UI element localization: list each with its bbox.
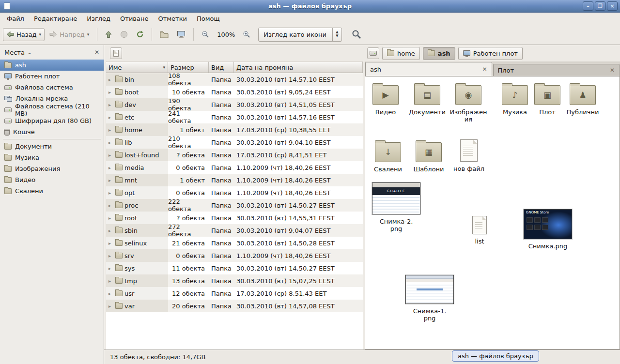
folder-desktop[interactable]: ▣ Плот — [530, 82, 565, 116]
table-row[interactable]: ▸dev190 обектаПапка30.03.2010 (вт) 14,51… — [106, 98, 363, 111]
column-header-type[interactable]: Вид — [209, 61, 234, 73]
sidebar-item-filesystem-210mb[interactable]: Файлова система (210 MB) — [0, 104, 104, 115]
sidebar-item-trash[interactable]: Кошче — [0, 126, 104, 137]
table-row[interactable]: ▸mnt1 обектПапка1.10.2009 (чт) 18,40,26 … — [106, 174, 363, 186]
sidebar-item-encrypted-80gb[interactable]: Шифриран дял (80 GB) — [0, 115, 104, 126]
table-row[interactable]: ▸media0 обектаПапка1.10.2009 (чт) 18,40,… — [106, 161, 363, 174]
table-row[interactable]: ▸selinux21 обектаПапка30.03.2010 (вт) 14… — [106, 237, 363, 249]
taskbar-window-button[interactable]: ash — файлов браузър — [452, 350, 539, 362]
menu-bookmarks[interactable]: Отметки — [153, 14, 191, 24]
places-chevron-icon[interactable]: ⌄ — [27, 49, 32, 56]
table-row[interactable]: ▸var20 обектаПапка30.03.2010 (вт) 14,57,… — [106, 300, 363, 312]
icon-view[interactable]: ▶ Видео ▤ Документи ◉ Изображен ия ♪ Муз… — [365, 76, 620, 349]
table-row[interactable]: ▸usr12 обектаПапка17.03.2010 (ср) 8,51,4… — [106, 287, 363, 300]
table-row[interactable]: ▸srv0 обектаПапка1.10.2009 (чт) 18,40,26… — [106, 249, 363, 262]
title-bar[interactable]: ash — файлов браузър – ❐ × — [0, 0, 620, 13]
view-mode-spinner-icon[interactable]: ▲▼ — [332, 28, 341, 41]
file-snimka[interactable]: GNOME Store Снимка.png — [522, 209, 574, 250]
file-snimka-2[interactable]: GUADEC Снимка-2. png — [371, 182, 421, 233]
search-button[interactable] — [348, 27, 365, 42]
sidebar-item-downloads[interactable]: Свалени — [0, 185, 104, 197]
home-button[interactable] — [156, 28, 172, 41]
back-dropdown-icon[interactable]: ▾ — [39, 32, 42, 37]
table-row[interactable]: ▸sys11 обектаПапка30.03.2010 (вт) 14,50,… — [106, 262, 363, 274]
expander-icon[interactable]: ▸ — [108, 90, 113, 95]
column-header-date[interactable]: Дата на промяна — [234, 61, 363, 73]
menu-help[interactable]: Помощ — [192, 14, 225, 24]
forward-button[interactable]: Напред ▾ — [46, 28, 93, 41]
reload-button[interactable] — [133, 28, 147, 41]
sidebar-item-desktop[interactable]: Работен плот — [0, 71, 104, 82]
tab-ash[interactable]: ash✕ — [365, 62, 492, 76]
table-row[interactable]: ▸opt0 обектаПапка1.10.2009 (чт) 18,40,26… — [106, 186, 363, 199]
sidebar-item-music[interactable]: Музика — [0, 152, 104, 163]
folder-templates[interactable]: ▦ Шаблони — [408, 139, 449, 173]
breadcrumb-ash[interactable]: ash — [423, 47, 455, 60]
expander-icon[interactable]: ▸ — [108, 140, 113, 145]
zoom-in-button[interactable] — [239, 28, 254, 41]
sidebar-item-documents[interactable]: Документи — [0, 141, 104, 152]
folder-pictures[interactable]: ◉ Изображен ия — [446, 82, 491, 123]
table-row[interactable]: ▸root? обектаПапка30.03.2010 (вт) 14,55,… — [106, 212, 363, 224]
minimize-button[interactable]: – — [583, 1, 593, 11]
folder-downloads[interactable]: ↓ Свалени — [368, 139, 408, 173]
folder-public[interactable]: ♟ Публични — [562, 82, 603, 116]
expander-icon[interactable]: ▸ — [108, 266, 113, 271]
expander-icon[interactable]: ▸ — [108, 178, 113, 183]
stop-button[interactable] — [117, 28, 131, 41]
table-row[interactable]: ▸lost+found? обектаПапка17.03.2010 (ср) … — [106, 149, 363, 161]
column-header-size[interactable]: Размер — [168, 61, 209, 73]
expander-icon[interactable]: ▸ — [108, 303, 113, 309]
table-row[interactable]: ▸sbin272 обектаПапка30.03.2010 (вт) 9,04… — [106, 224, 363, 237]
expander-icon[interactable]: ▸ — [108, 152, 113, 158]
expander-icon[interactable]: ▸ — [108, 165, 113, 170]
table-row[interactable]: ▸tmp13 обектаПапка30.03.2010 (вт) 15,07,… — [106, 274, 363, 287]
back-button[interactable]: Назад ▾ — [3, 28, 45, 41]
up-button[interactable] — [102, 28, 115, 41]
expander-icon[interactable]: ▸ — [108, 241, 113, 246]
expander-icon[interactable]: ▸ — [108, 278, 113, 284]
expander-icon[interactable]: ▸ — [108, 115, 113, 120]
view-mode-select[interactable]: Изглед като икони ▲▼ — [258, 28, 342, 42]
file-list[interactable]: list — [463, 216, 496, 245]
close-button[interactable]: × — [607, 1, 618, 11]
menu-go[interactable]: Отиване — [115, 14, 153, 24]
expander-icon[interactable]: ▸ — [108, 127, 113, 133]
zoom-out-button[interactable] — [198, 28, 213, 41]
expander-icon[interactable]: ▸ — [108, 253, 113, 258]
menu-view[interactable]: Изглед — [82, 14, 115, 24]
table-row[interactable]: ▸lib210 обектаПапка30.03.2010 (вт) 9,04,… — [106, 136, 363, 149]
folder-video[interactable]: ▶ Видео — [365, 82, 406, 116]
tab-close-icon[interactable]: ✕ — [482, 66, 487, 73]
sidebar-item-pictures[interactable]: Изображения — [0, 163, 104, 174]
maximize-button[interactable]: ❐ — [595, 1, 605, 11]
expander-icon[interactable]: ▸ — [108, 203, 113, 208]
expander-icon[interactable]: ▸ — [108, 291, 113, 296]
sidebar-item-ash[interactable]: ash — [0, 60, 104, 71]
table-row[interactable]: ▸proc222 обектаПапка30.03.2010 (вт) 14,5… — [106, 199, 363, 212]
expander-icon[interactable]: ▸ — [108, 215, 113, 221]
menu-edit[interactable]: Редактиране — [29, 14, 82, 24]
breadcrumb-home[interactable]: home — [382, 47, 420, 60]
breadcrumb-desktop[interactable]: Работен плот — [458, 47, 523, 60]
tab-plot[interactable]: Плот✕ — [493, 64, 620, 76]
expander-icon[interactable]: ▸ — [108, 228, 113, 233]
file-snimka-1[interactable]: Снимка-1. png — [404, 275, 455, 322]
expander-icon[interactable]: ▸ — [108, 102, 113, 107]
column-header-name[interactable]: Име▾ — [106, 61, 168, 73]
menu-file[interactable]: Файл — [2, 14, 29, 24]
sidebar-item-video[interactable]: Видео — [0, 174, 104, 185]
tab-close-icon[interactable]: ✕ — [610, 67, 615, 74]
folder-music[interactable]: ♪ Музика — [495, 82, 535, 116]
pathbar-root-button[interactable] — [367, 47, 379, 59]
places-title[interactable]: Места — [4, 49, 25, 56]
places-close-icon[interactable]: ✕ — [94, 49, 99, 56]
table-row[interactable]: ▸boot10 обектаПапка30.03.2010 (вт) 9,05,… — [106, 86, 363, 98]
sidebar-item-filesystem[interactable]: Файлова система — [0, 82, 104, 93]
file-new-file[interactable]: нов файл — [452, 139, 486, 172]
forward-dropdown-icon[interactable]: ▾ — [87, 32, 90, 37]
computer-button[interactable] — [173, 28, 189, 41]
table-row[interactable]: ▸bin108 обектаПапка30.03.2010 (вт) 14,57… — [106, 73, 363, 86]
expander-icon[interactable]: ▸ — [108, 77, 113, 82]
table-row[interactable]: ▸home1 обектПапка17.03.2010 (ср) 10,38,5… — [106, 123, 363, 136]
